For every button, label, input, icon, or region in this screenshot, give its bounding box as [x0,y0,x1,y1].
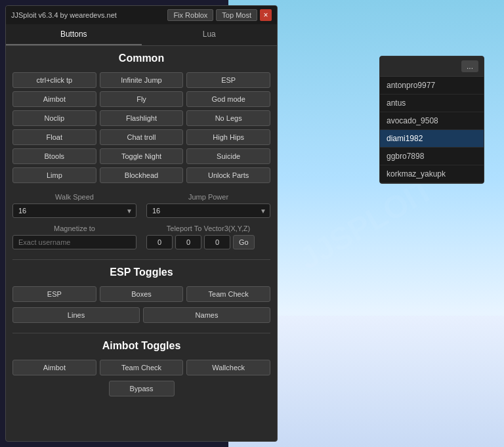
aimbot-buttons-row2: Bypass [12,381,270,396]
walk-speed-group: Walk Speed 16 32 50 ▼ [12,193,136,218]
ctrl-click-tp-button[interactable]: ctrl+click tp [12,72,96,88]
jjsploit-window: JJSploit v6.3.4 by wearedevs.net Fix Rob… [5,5,278,442]
esp-section: ESP Toggles ESP Boxes Team Check Lines N… [12,266,270,323]
bypass-toggle-button[interactable]: Bypass [109,381,175,396]
title-buttons: Fix Roblox Top Most × [167,9,272,21]
walk-speed-select[interactable]: 16 32 50 [12,203,136,218]
common-buttons: ctrl+click tp Infinite Jump ESP Aimbot F… [12,72,270,183]
suicide-button[interactable]: Suicide [186,148,270,164]
magnetize-label: Magnetize to [12,224,136,232]
teleport-label: Teleport To Vector3(X,Y,Z) [146,224,270,232]
common-title: Common [12,53,270,64]
player-item-5[interactable]: ggbro7898 [380,148,484,165]
magnetize-teleport-section: Magnetize to Teleport To Vector3(X,Y,Z) … [12,224,270,249]
aimbot-section: Aimbot Toggles Aimbot Team Check Wallche… [12,340,270,396]
divider-1 [12,259,270,260]
esp-buttons-row1: ESP Boxes Team Check [12,286,270,302]
player-list: ... antonpro9977 antus avocado_9508 diam… [379,56,484,184]
no-legs-button[interactable]: No Legs [186,110,270,126]
teleport-group: Teleport To Vector3(X,Y,Z) Go [146,224,270,249]
aimbot-team-check-button[interactable]: Team Check [100,360,184,375]
teleport-z-input[interactable] [204,235,230,249]
magnetize-group: Magnetize to [12,224,136,249]
unlock-parts-button[interactable]: Unlock Parts [186,167,270,183]
speed-power-controls: Walk Speed 16 32 50 ▼ Jump Power 16 32 [12,193,270,218]
tabs: Buttons Lua [6,24,277,46]
infinite-jump-button[interactable]: Infinite Jump [100,72,184,88]
top-most-button[interactable]: Top Most [216,9,257,21]
jump-power-label: Jump Power [146,193,270,201]
chat-troll-button[interactable]: Chat troll [100,129,184,145]
watermark: JJSPLOIT [293,171,440,276]
btools-button[interactable]: Btools [12,148,96,164]
flashlight-button[interactable]: Flashlight [100,110,184,126]
lines-toggle-button[interactable]: Lines [12,307,140,323]
aimbot-buttons-row1: Aimbot Team Check Wallcheck [12,360,270,375]
float-button[interactable]: Float [12,129,96,145]
jump-power-select[interactable]: 16 32 50 [146,203,270,218]
teleport-y-input[interactable] [175,235,201,249]
teleport-inputs: Go [146,235,270,249]
divider-2 [12,333,270,333]
high-hips-button[interactable]: High Hips [186,129,270,145]
boxes-toggle-button[interactable]: Boxes [100,286,184,302]
limp-button[interactable]: Limp [12,167,96,183]
esp-buttons-row2: Lines Names [12,307,270,323]
player-item-4[interactable]: diami1982 [380,130,484,148]
player-list-header: ... [380,56,484,77]
aimbot-title: Aimbot Toggles [12,340,270,352]
toggle-night-button[interactable]: Toggle Night [100,148,184,164]
aimbot-toggle-button[interactable]: Aimbot [12,360,96,375]
walk-speed-wrapper: 16 32 50 ▼ [12,203,136,218]
blockhead-button[interactable]: Blockhead [100,167,184,183]
esp-toggle-button[interactable]: ESP [12,286,96,302]
teleport-x-input[interactable] [146,235,173,249]
jump-power-group: Jump Power 16 32 50 ▼ [146,193,270,218]
esp-title: ESP Toggles [12,266,270,278]
player-item-3[interactable]: avocado_9508 [380,112,484,130]
player-item-6[interactable]: korkmaz_yakupk [380,165,484,183]
fly-button[interactable]: Fly [100,91,184,107]
god-mode-button[interactable]: God mode [186,91,270,107]
player-item-1[interactable]: antonpro9977 [380,77,484,95]
title-bar: JJSploit v6.3.4 by wearedevs.net Fix Rob… [6,6,277,24]
teleport-go-button[interactable]: Go [233,235,255,249]
tab-lua[interactable]: Lua [142,24,278,45]
esp-button[interactable]: ESP [186,72,270,88]
player-item-2[interactable]: antus [380,95,484,112]
esp-team-check-button[interactable]: Team Check [186,286,270,302]
walk-speed-label: Walk Speed [12,193,136,201]
jump-power-wrapper: 16 32 50 ▼ [146,203,270,218]
wallcheck-toggle-button[interactable]: Wallcheck [186,360,270,375]
dots-button[interactable]: ... [461,60,478,72]
noclip-button[interactable]: Noclip [12,110,96,126]
content-area: Common ctrl+click tp Infinite Jump ESP A… [6,46,277,442]
app-title: JJSploit v6.3.4 by wearedevs.net [11,11,117,19]
aimbot-button[interactable]: Aimbot [12,91,96,107]
names-toggle-button[interactable]: Names [143,307,270,323]
tab-buttons[interactable]: Buttons [6,24,142,45]
magnetize-input[interactable] [12,235,136,249]
fix-roblox-button[interactable]: Fix Roblox [167,9,213,21]
close-button[interactable]: × [260,9,272,21]
